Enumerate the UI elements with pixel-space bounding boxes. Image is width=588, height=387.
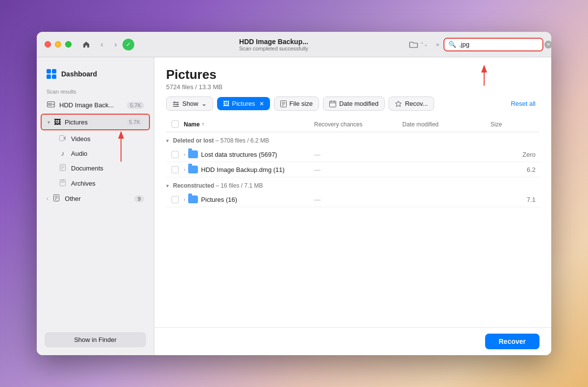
table-row: › Pictures (16) — 7.1 bbox=[166, 192, 539, 207]
table-row: › Lost data structures (5697) — Zero bbox=[166, 147, 539, 162]
col-size: Size bbox=[490, 121, 539, 128]
section-reconstructed-chevron[interactable]: ▾ bbox=[166, 183, 169, 189]
minimize-button[interactable] bbox=[55, 41, 61, 48]
recovery-label: Recov... bbox=[405, 100, 428, 107]
sidebar-item-archives[interactable]: Archives bbox=[49, 176, 154, 191]
col-name: Name ↑ bbox=[184, 121, 314, 128]
sidebar-item-other[interactable]: › Other 9 bbox=[37, 191, 154, 206]
row2-name: › HDD Image Backup.dmg (11) bbox=[184, 166, 314, 173]
search-box: 🔍 ✕ bbox=[444, 39, 542, 50]
row3-checkbox[interactable] bbox=[166, 196, 184, 203]
section-deleted: ▾ Deleted or lost – 5708 files / 6.2 MB bbox=[166, 132, 539, 147]
other-chevron: › bbox=[47, 196, 48, 201]
sidebar-item-audio[interactable]: ♪ Audio bbox=[49, 146, 154, 161]
pictures-filter-button[interactable]: 🖼 Pictures ✕ bbox=[217, 97, 270, 110]
row2-recovery: — bbox=[314, 166, 402, 173]
bottom-bar: Recover bbox=[154, 327, 551, 355]
sidebar-item-documents[interactable]: Documents bbox=[49, 161, 154, 176]
search-icon: 🔍 bbox=[448, 41, 456, 48]
row3-folder-icon bbox=[188, 195, 198, 203]
recovery-button[interactable]: Recov... bbox=[389, 97, 434, 111]
file-size-button[interactable]: File size bbox=[274, 97, 319, 111]
row2-checkbox[interactable] bbox=[166, 166, 184, 173]
pictures-icon: 🖼 bbox=[54, 118, 61, 126]
maximize-button[interactable] bbox=[65, 41, 72, 48]
pictures-filter-remove[interactable]: ✕ bbox=[259, 100, 264, 107]
archives-icon bbox=[58, 179, 67, 188]
dashboard-icon bbox=[47, 69, 56, 79]
section-deleted-chevron[interactable]: ▾ bbox=[166, 138, 169, 144]
search-clear-button[interactable]: ✕ bbox=[544, 41, 551, 48]
svg-rect-24 bbox=[330, 101, 336, 107]
show-chevron: ⌄ bbox=[201, 100, 207, 107]
row1-recovery: — bbox=[314, 151, 402, 158]
forward-button[interactable]: › bbox=[109, 38, 122, 51]
back-button[interactable]: ‹ bbox=[95, 38, 109, 51]
pictures-filter-icon: 🖼 bbox=[223, 100, 229, 107]
row2-size: 6.2 bbox=[490, 166, 539, 173]
table-row: › HDD Image Backup.dmg (11) — 6.2 bbox=[166, 162, 539, 177]
file-size-label: File size bbox=[290, 100, 313, 107]
svg-point-2 bbox=[52, 104, 54, 105]
header-checkbox[interactable] bbox=[166, 121, 184, 128]
date-modified-label: Date modified bbox=[339, 100, 378, 107]
traffic-lights bbox=[45, 41, 72, 48]
show-in-finder-button[interactable]: Show in Finder bbox=[45, 332, 146, 347]
sidebar-item-pictures-badge: 5.7K bbox=[126, 119, 143, 125]
sidebar-item-hdd-badge: 5.7K bbox=[127, 102, 144, 109]
window-subtitle: Scan completed successfully bbox=[239, 46, 308, 51]
right-panel: Pictures 5724 files / 13.3 MB Show ⌄ bbox=[154, 57, 551, 355]
search-wrapper: 🔍 ✕ bbox=[443, 38, 543, 51]
section-deleted-label: Deleted or lost – 5708 files / 6.2 MB bbox=[173, 137, 269, 144]
svg-rect-1 bbox=[48, 103, 52, 106]
videos-icon bbox=[58, 135, 67, 143]
sidebar-item-videos[interactable]: Videos bbox=[49, 131, 154, 146]
sidebar-item-pictures-label: Pictures bbox=[65, 119, 122, 126]
pictures-chevron: ▾ bbox=[48, 120, 50, 125]
audio-icon: ♪ bbox=[58, 149, 67, 157]
dashboard-button[interactable]: Dashboard bbox=[37, 65, 154, 83]
search-input[interactable] bbox=[459, 41, 541, 48]
panel-title: Pictures bbox=[166, 67, 539, 82]
sidebar: Dashboard Scan results HDD Image Back...… bbox=[37, 57, 154, 355]
window-title: HDD Image Backup... bbox=[239, 38, 308, 46]
row3-size: 7.1 bbox=[490, 196, 539, 203]
row3-expand[interactable]: › bbox=[184, 197, 185, 202]
col-recovery: Recovery chances bbox=[314, 121, 402, 128]
home-button[interactable] bbox=[79, 38, 93, 51]
dashboard-label: Dashboard bbox=[61, 70, 97, 78]
row1-size: Zero bbox=[490, 151, 539, 158]
col-date: Date modified bbox=[402, 121, 490, 128]
row1-name: › Lost data structures (5697) bbox=[184, 150, 314, 158]
row1-checkbox[interactable] bbox=[166, 151, 184, 158]
panel-header: Pictures 5724 files / 13.3 MB bbox=[154, 57, 551, 97]
scan-results-label: Scan results bbox=[37, 89, 154, 95]
close-button[interactable] bbox=[45, 41, 51, 48]
sidebar-item-hdd[interactable]: HDD Image Back... 5.7K bbox=[37, 97, 154, 113]
recover-button[interactable]: Recover bbox=[485, 334, 539, 349]
table-container: Name ↑ Recovery chances Date modified Si… bbox=[154, 117, 551, 327]
row1-expand[interactable]: › bbox=[184, 152, 185, 157]
sidebar-item-audio-label: Audio bbox=[71, 150, 144, 157]
row2-expand[interactable]: › bbox=[184, 167, 185, 172]
main-content: Dashboard Scan results HDD Image Back...… bbox=[37, 57, 551, 355]
reset-all-button[interactable]: Reset all bbox=[507, 97, 539, 110]
more-button[interactable]: » bbox=[432, 39, 443, 50]
row3-recovery: — bbox=[314, 196, 402, 203]
row3-label: Pictures (16) bbox=[201, 196, 237, 203]
date-modified-button[interactable]: Date modified bbox=[323, 97, 385, 111]
folder-button[interactable]: ⌃⌄ bbox=[409, 41, 428, 48]
svg-rect-9 bbox=[61, 181, 64, 182]
sidebar-item-other-label: Other bbox=[65, 195, 130, 202]
show-button[interactable]: Show ⌄ bbox=[166, 97, 213, 111]
status-icon: ✓ bbox=[122, 39, 134, 50]
section-reconstructed: ▾ Reconstructed – 16 files / 7.1 MB bbox=[166, 177, 539, 192]
other-icon bbox=[52, 194, 61, 203]
table-header: Name ↑ Recovery chances Date modified Si… bbox=[166, 117, 539, 132]
sidebar-item-pictures[interactable]: ▾ 🖼 Pictures 5.7K bbox=[41, 114, 150, 130]
hdd-icon bbox=[47, 101, 55, 109]
show-label: Show bbox=[182, 100, 198, 107]
sidebar-pictures-wrapper: ▾ 🖼 Pictures 5.7K bbox=[41, 114, 150, 130]
section-reconstructed-label: Reconstructed – 16 files / 7.1 MB bbox=[173, 182, 263, 189]
row1-label: Lost data structures (5697) bbox=[201, 151, 277, 158]
